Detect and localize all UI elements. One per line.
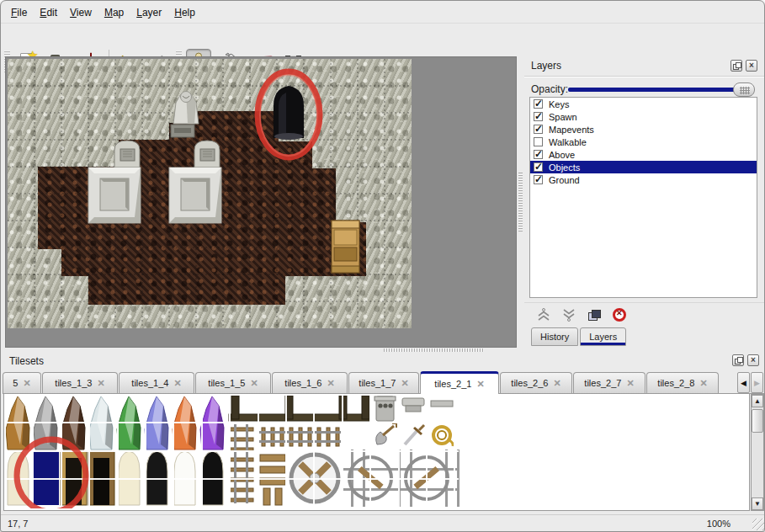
close-tab-icon[interactable]: ✕ — [626, 378, 634, 389]
close-panel-button[interactable]: × — [747, 354, 759, 366]
layer-visibility-checkbox[interactable]: ✓ — [534, 162, 543, 172]
layer-row-mapevents[interactable]: ✓Mapevents — [530, 123, 757, 136]
tileset-tab[interactable]: tiles_2_6✕ — [500, 372, 572, 393]
close-tab-icon[interactable]: ✕ — [250, 378, 258, 389]
tileset-tab[interactable]: tiles_1_7✕ — [348, 372, 419, 393]
orange-crystal[interactable] — [173, 396, 196, 450]
resize-grip[interactable] — [752, 519, 764, 530]
horizontal-rail[interactable] — [258, 428, 341, 446]
close-tab-icon[interactable]: ✕ — [401, 378, 408, 389]
pale-cave-opening[interactable] — [8, 451, 29, 505]
layer-row-objects[interactable]: ✓Objects — [530, 161, 757, 173]
menu-file[interactable]: File — [6, 4, 35, 21]
float-panel-button[interactable] — [730, 60, 742, 72]
skull-pillar[interactable] — [375, 396, 396, 421]
purple-crystal[interactable] — [200, 396, 224, 450]
wood-doorframe[interactable] — [61, 451, 87, 505]
layer-visibility-checkbox[interactable]: ✓ — [534, 137, 543, 146]
scroll-down-button[interactable]: ▼ — [752, 497, 763, 510]
white-cave-opening[interactable] — [174, 451, 195, 505]
scroll-tabs-left-button[interactable]: ◀ — [737, 372, 750, 393]
tileset-content[interactable] — [3, 394, 750, 511]
layer-row-keys[interactable]: ✓Keys — [530, 98, 757, 110]
vertical-splitter[interactable] — [518, 56, 523, 348]
move-layer-down-button[interactable] — [560, 306, 578, 324]
layer-visibility-checkbox[interactable]: ✓ — [534, 125, 543, 134]
tileset-tab-active[interactable]: tiles_2_1✕ — [420, 371, 499, 394]
close-tab-icon[interactable]: ✕ — [23, 378, 30, 389]
selected-blue-tile[interactable] — [33, 451, 59, 505]
tileset-tab[interactable]: tiles_1_4✕ — [119, 372, 194, 393]
wood-planks[interactable] — [260, 455, 285, 505]
close-icon: × — [749, 61, 754, 70]
layer-visibility-checkbox[interactable]: ✓ — [534, 150, 543, 159]
delete-layer-button[interactable] — [610, 306, 629, 324]
pillar-capital[interactable] — [402, 398, 424, 412]
float-panel-button[interactable] — [732, 354, 744, 366]
opacity-slider-handle[interactable] — [733, 82, 755, 97]
opacity-slider[interactable] — [568, 88, 740, 92]
layer-row-ground[interactable]: ✓Ground — [530, 173, 757, 186]
tab-history[interactable]: History — [531, 327, 578, 346]
layer-row-spawn[interactable]: ✓Spawn — [530, 110, 757, 123]
gold-ore-rock[interactable] — [6, 396, 29, 450]
tileset-tab[interactable]: tiles_2_8✕ — [646, 372, 719, 393]
chevron-down-icon — [561, 307, 576, 322]
menu-help[interactable]: Help — [169, 4, 203, 21]
menu-layer[interactable]: Layer — [131, 4, 169, 21]
layer-visibility-checkbox[interactable]: ✓ — [534, 112, 543, 121]
tileset-tab[interactable]: tiles_2_7✕ — [573, 372, 645, 393]
layer-list[interactable]: ✓Keys ✓Spawn ✓Mapevents ✓Walkable ✓Above… — [529, 97, 757, 298]
rail-turntable[interactable] — [291, 455, 338, 502]
rail-crossing[interactable] — [343, 450, 460, 507]
cave-entrance — [274, 86, 304, 140]
rope-coil[interactable] — [433, 427, 453, 446]
menu-edit[interactable]: Edit — [35, 4, 65, 21]
wood-beams[interactable] — [229, 396, 369, 421]
dark-brown-rock[interactable] — [61, 396, 85, 450]
layer-row-walkable[interactable]: ✓Walkable — [530, 136, 757, 148]
duplicate-layer-button[interactable] — [585, 306, 603, 324]
close-tab-icon[interactable]: ✕ — [476, 379, 484, 390]
scroll-up-button[interactable]: ▲ — [752, 395, 763, 407]
scrollbar-thumb[interactable] — [752, 409, 763, 433]
sword[interactable] — [405, 425, 424, 444]
layer-visibility-checkbox[interactable]: ✓ — [534, 99, 543, 109]
vertical-rail[interactable] — [230, 424, 253, 503]
close-tab-icon[interactable]: ✕ — [553, 378, 560, 389]
green-crystal[interactable] — [117, 396, 141, 450]
black-arch-opening[interactable] — [202, 451, 223, 505]
black-cave-opening[interactable] — [146, 451, 167, 505]
cursor-coordinates: 17, 7 — [8, 519, 28, 529]
arrow-up-icon: ▲ — [754, 397, 761, 405]
duplicate-icon — [588, 310, 600, 320]
tileset-tab[interactable]: tiles_1_3✕ — [42, 372, 118, 393]
shovel[interactable] — [376, 423, 396, 444]
tileset-tab[interactable]: tiles_1_6✕ — [272, 372, 348, 393]
ice-rock[interactable] — [89, 396, 113, 450]
close-panel-button[interactable]: × — [746, 60, 757, 72]
close-tab-icon[interactable]: ✕ — [173, 378, 181, 389]
tileset-tab[interactable]: 5✕ — [3, 372, 41, 393]
close-tab-icon[interactable]: ✕ — [699, 378, 707, 389]
move-layer-up-button[interactable] — [534, 306, 553, 324]
tileset-tab[interactable]: tiles_1_5✕ — [195, 372, 271, 393]
cream-cave-opening[interactable] — [119, 451, 140, 505]
blue-crystal[interactable] — [145, 396, 168, 450]
map-canvas[interactable] — [8, 59, 412, 328]
menu-view[interactable]: View — [65, 4, 99, 21]
layer-label: Above — [549, 150, 575, 160]
scroll-tabs-right-button[interactable]: ▶ — [751, 372, 763, 393]
stone-bar[interactable] — [431, 401, 453, 407]
float-icon — [733, 62, 741, 70]
menu-map[interactable]: Map — [99, 4, 131, 21]
close-tab-icon[interactable]: ✕ — [97, 378, 104, 389]
layer-visibility-checkbox[interactable]: ✓ — [534, 175, 543, 184]
tab-layers[interactable]: Layers — [580, 327, 626, 346]
layer-row-above[interactable]: ✓Above — [530, 148, 757, 161]
close-tab-icon[interactable]: ✕ — [327, 378, 334, 389]
tileset-vertical-scrollbar[interactable]: ▲ ▼ — [751, 394, 764, 511]
map-view[interactable] — [5, 56, 517, 348]
gray-rock[interactable] — [34, 396, 57, 450]
dark-doorway[interactable] — [88, 451, 114, 505]
